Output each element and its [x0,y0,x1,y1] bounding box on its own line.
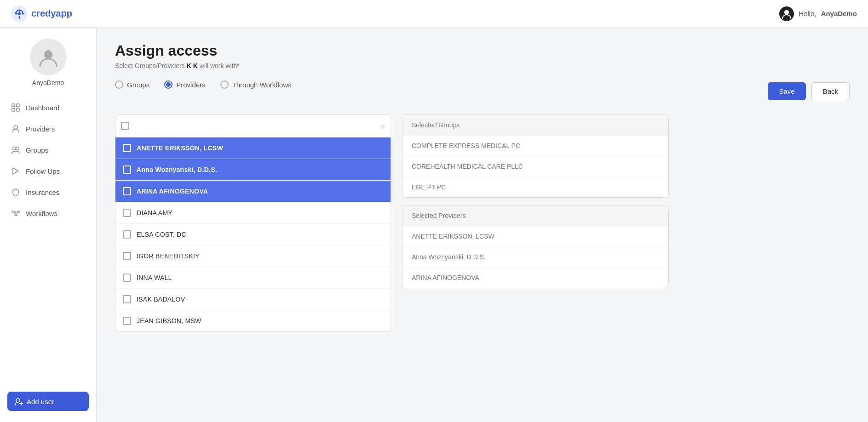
add-user-button[interactable]: Add user [7,392,89,411]
item-name-6: INNA WALL [137,274,172,281]
radio-providers-label: Providers [176,81,205,89]
item-checkbox-2 [123,187,131,195]
providers-list-panel: ⌕ ANETTE ERIKSSON, LCSW Anna Woznyanski,… [115,114,391,332]
svg-point-10 [16,147,19,150]
item-checkbox-8 [123,317,131,325]
radio-circle-providers [164,80,172,89]
svg-rect-7 [17,108,19,111]
greeting-prefix: Hello, [799,10,816,17]
svg-point-2 [784,10,789,15]
radio-groups-label: Groups [127,81,149,89]
sidebar-item-follow-ups[interactable]: Follow Ups [4,161,92,181]
item-name-7: ISAK BADALOV [137,296,185,303]
sidebar-item-insurances[interactable]: Insurances [4,182,92,202]
sidebar-item-providers[interactable]: Providers [4,119,92,139]
selected-group-item-0: COMPLETE EXPRESS MEDICAL PC [402,136,668,156]
user-info: Hello, AnyaDemo [779,6,857,21]
controls-row: Groups Providers Through Workflows Save … [115,80,850,102]
radio-circle-through-workflows [220,80,229,89]
item-name-5: IGOR BENEDITSKIY [137,252,200,260]
providers-label: Providers [26,125,55,133]
select-all-checkbox[interactable] [121,122,129,130]
list-item[interactable]: DIANA AMY [115,202,391,224]
page-title: Assign access [115,42,850,59]
list-item[interactable]: ELSA COST, DC [115,224,391,245]
user-avatar-icon [779,6,794,21]
two-column-layout: ⌕ ANETTE ERIKSSON, LCSW Anna Woznyanski,… [115,114,850,332]
workflows-icon [11,209,20,218]
back-button[interactable]: Back [811,82,850,100]
sidebar-item-groups[interactable]: Groups [4,140,92,160]
item-checkbox-4 [123,230,131,239]
add-user-label: Add user [27,398,54,405]
top-nav: credyapp Hello, AnyaDemo [0,0,868,28]
radio-group: Groups Providers Through Workflows [115,80,292,89]
list-item[interactable]: ANETTE ERIKSSON, LCSW [115,137,391,159]
item-name-4: ELSA COST, DC [137,231,186,238]
sidebar: AnyaDemo Dashboard [0,28,97,422]
workflows-label: Workflows [26,210,57,217]
insurances-label: Insurances [26,188,59,196]
logo-icon [11,6,28,22]
groups-label: Groups [26,146,48,154]
followups-label: Follow Ups [26,167,60,175]
item-checkbox-7 [123,295,131,303]
list-item[interactable]: ARINA AFINOGENOVA [115,181,391,202]
svg-rect-4 [12,104,15,107]
item-checkbox-6 [123,274,131,282]
dashboard-label: Dashboard [26,104,59,112]
selected-groups-header: Selected Groups [402,115,668,136]
sidebar-item-workflows[interactable]: Workflows [4,203,92,223]
item-name-8: JEAN GIBSON, MSW [137,317,201,325]
search-input[interactable] [133,120,377,131]
radio-providers[interactable]: Providers [164,80,205,89]
list-item[interactable]: ISAK BADALOV [115,289,391,310]
radio-through-workflows[interactable]: Through Workflows [220,80,292,89]
svg-rect-5 [17,104,19,107]
item-name-2: ARINA AFINOGENOVA [137,188,208,195]
header-username: AnyaDemo [821,10,857,17]
selected-group-item-1: COREHEALTH MEDICAL CARE PLLC [402,156,668,177]
right-panels: Selected Groups COMPLETE EXPRESS MEDICAL… [402,114,669,288]
subtitle-user: K K [187,62,198,69]
item-name-0: ANETTE ERIKSSON, LCSW [137,144,223,152]
list-item[interactable]: INNA WALL [115,267,391,289]
selected-provider-item-1: Anna Woznyanski, D.D.S. [402,247,668,268]
selected-groups-panel: Selected Groups COMPLETE EXPRESS MEDICAL… [402,114,669,198]
svg-point-15 [16,399,20,402]
svg-rect-6 [12,108,15,111]
app-name: credyapp [31,8,72,19]
dashboard-icon [11,103,20,112]
radio-groups[interactable]: Groups [115,80,149,89]
layout: AnyaDemo Dashboard [0,28,868,422]
list-item[interactable]: IGOR BENEDITSKIY [115,245,391,267]
item-checkbox-3 [123,209,131,217]
radio-through-workflows-label: Through Workflows [232,81,292,89]
selected-providers-header: Selected Providers [402,205,668,226]
svg-point-8 [14,125,17,129]
followups-icon [11,166,20,176]
profile-name: AnyaDemo [32,79,64,86]
svg-marker-11 [13,168,18,174]
svg-point-9 [13,147,16,150]
item-checkbox-0 [123,144,131,152]
item-name-1: Anna Woznyanski, D.D.S. [137,166,217,173]
profile-avatar [30,39,67,75]
providers-icon [11,124,20,133]
radio-circle-groups [115,80,123,89]
search-icon: ⌕ [380,122,385,130]
search-row: ⌕ [115,115,391,137]
main-content: Assign access Select Groups/Providers K … [97,28,868,422]
item-checkbox-1 [123,165,131,174]
selected-providers-panel: Selected Providers ANETTE ERIKSSON, LCSW… [402,205,669,288]
logo: credyapp [11,6,72,22]
list-item[interactable]: Anna Woznyanski, D.D.S. [115,159,391,181]
save-button[interactable]: Save [768,82,805,100]
selected-group-item-2: EGE PT PC [402,177,668,197]
sidebar-item-dashboard[interactable]: Dashboard [4,97,92,118]
list-item[interactable]: JEAN GIBSON, MSW [115,310,391,331]
action-buttons: Save Back [768,82,850,100]
selected-provider-item-0: ANETTE ERIKSSON, LCSW [402,226,668,247]
svg-point-3 [44,50,52,59]
sidebar-profile: AnyaDemo [0,39,96,86]
